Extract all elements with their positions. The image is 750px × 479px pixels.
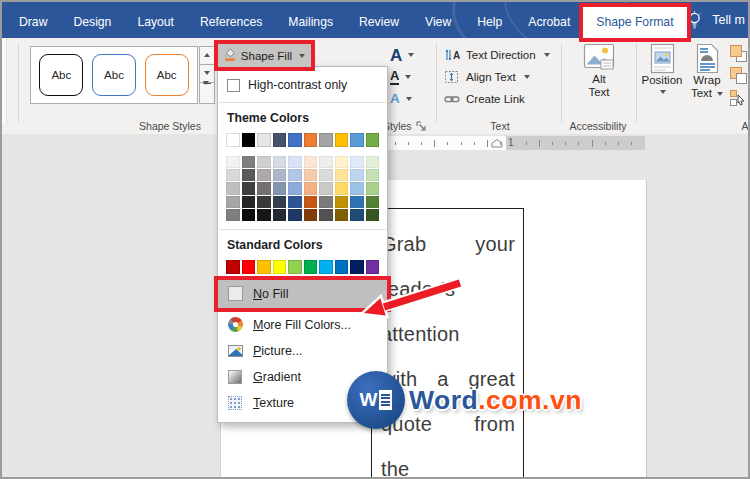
tab-shape-format[interactable]: Shape Format xyxy=(583,7,686,38)
theme-variant-swatch[interactable] xyxy=(335,182,349,194)
theme-color-swatch[interactable] xyxy=(226,133,240,147)
create-link-button[interactable]: Create Link xyxy=(444,89,525,109)
theme-variant-swatch[interactable] xyxy=(366,209,380,221)
theme-variant-swatch[interactable] xyxy=(226,196,240,208)
theme-variant-swatch[interactable] xyxy=(350,169,364,181)
theme-variant-swatch[interactable] xyxy=(319,196,333,208)
theme-variant-swatch[interactable] xyxy=(304,169,318,181)
standard-color-swatch[interactable] xyxy=(257,260,271,274)
theme-variant-swatch[interactable] xyxy=(304,196,318,208)
theme-variant-swatch[interactable] xyxy=(226,169,240,181)
tab-view[interactable]: View xyxy=(412,7,464,38)
tab-help[interactable]: Help xyxy=(464,7,515,38)
theme-variant-swatch[interactable] xyxy=(273,169,287,181)
theme-variant-swatch[interactable] xyxy=(366,196,380,208)
gallery-more-button[interactable] xyxy=(199,83,215,105)
theme-variant-swatch[interactable] xyxy=(304,209,318,221)
theme-variant-swatch[interactable] xyxy=(335,196,349,208)
dialog-launcher-icon[interactable] xyxy=(416,121,426,131)
theme-variant-swatch[interactable] xyxy=(366,182,380,194)
theme-variant-swatch[interactable] xyxy=(366,169,380,181)
send-backward-button[interactable] xyxy=(729,66,748,85)
text-box[interactable]: Grabyourreader’sattentionwithagreatquote… xyxy=(371,208,524,479)
tell-me-area[interactable]: Tell m xyxy=(686,2,745,38)
theme-variant-swatch[interactable] xyxy=(288,209,302,221)
theme-color-swatch[interactable] xyxy=(288,133,302,147)
theme-variant-swatch[interactable] xyxy=(257,169,271,181)
selection-pane-button[interactable] xyxy=(729,88,748,107)
theme-variant-swatch[interactable] xyxy=(273,209,287,221)
theme-variant-swatch[interactable] xyxy=(226,182,240,194)
high-contrast-checkbox-row[interactable]: High-contrast only xyxy=(218,67,387,102)
theme-variant-swatch[interactable] xyxy=(273,182,287,194)
theme-variant-swatch[interactable] xyxy=(273,196,287,208)
theme-variant-swatch[interactable] xyxy=(319,156,333,168)
theme-variant-swatch[interactable] xyxy=(288,182,302,194)
tab-layout[interactable]: Layout xyxy=(124,7,187,38)
theme-color-swatch[interactable] xyxy=(319,133,333,147)
standard-color-swatch[interactable] xyxy=(319,260,333,274)
alt-text-button[interactable]: Alt Text xyxy=(572,43,626,99)
standard-color-swatch[interactable] xyxy=(288,260,302,274)
standard-color-swatch[interactable] xyxy=(273,260,287,274)
theme-variant-swatch[interactable] xyxy=(257,156,271,168)
theme-variant-swatch[interactable] xyxy=(242,182,256,194)
theme-variant-swatch[interactable] xyxy=(226,156,240,168)
theme-color-swatch[interactable] xyxy=(273,133,287,147)
menu-item-picture[interactable]: Picture... xyxy=(218,338,387,364)
theme-variant-swatch[interactable] xyxy=(319,209,333,221)
theme-color-swatch[interactable] xyxy=(366,133,380,147)
checkbox-unchecked-icon[interactable] xyxy=(227,79,240,92)
bring-forward-button[interactable] xyxy=(729,44,748,63)
theme-variant-swatch[interactable] xyxy=(304,156,318,168)
standard-color-swatch[interactable] xyxy=(350,260,364,274)
tab-mailings[interactable]: Mailings xyxy=(275,7,346,38)
tab-references[interactable]: References xyxy=(187,7,275,38)
theme-variant-swatch[interactable] xyxy=(242,169,256,181)
theme-variant-swatch[interactable] xyxy=(350,209,364,221)
theme-variant-swatch[interactable] xyxy=(335,156,349,168)
theme-variant-swatch[interactable] xyxy=(350,156,364,168)
theme-variant-swatch[interactable] xyxy=(335,209,349,221)
shape-style-thumbnail[interactable]: Abc xyxy=(39,54,83,96)
theme-variant-swatch[interactable] xyxy=(273,156,287,168)
shape-style-thumbnail[interactable]: Abc xyxy=(145,54,189,96)
theme-variant-swatch[interactable] xyxy=(350,182,364,194)
tab-draw[interactable]: Draw xyxy=(6,7,60,38)
text-outline-button[interactable]: A xyxy=(390,67,432,87)
theme-color-swatch[interactable] xyxy=(242,133,256,147)
align-text-button[interactable]: Align Text xyxy=(444,67,530,87)
shape-fill-button[interactable]: Shape Fill xyxy=(218,44,311,67)
theme-variant-swatch[interactable] xyxy=(242,156,256,168)
standard-color-swatch[interactable] xyxy=(304,260,318,274)
shape-style-thumbnail[interactable]: Abc xyxy=(92,54,136,96)
theme-variant-swatch[interactable] xyxy=(288,156,302,168)
theme-variant-swatch[interactable] xyxy=(257,196,271,208)
theme-color-swatch[interactable] xyxy=(350,133,364,147)
theme-variant-swatch[interactable] xyxy=(304,182,318,194)
theme-color-swatch[interactable] xyxy=(304,133,318,147)
theme-variant-swatch[interactable] xyxy=(242,196,256,208)
tab-design[interactable]: Design xyxy=(60,7,124,38)
theme-color-swatch[interactable] xyxy=(335,133,349,147)
theme-variant-swatch[interactable] xyxy=(366,156,380,168)
theme-variant-swatch[interactable] xyxy=(257,182,271,194)
theme-variant-swatch[interactable] xyxy=(257,209,271,221)
theme-variant-swatch[interactable] xyxy=(226,209,240,221)
standard-color-swatch[interactable] xyxy=(226,260,240,274)
gallery-scroll-up-button[interactable] xyxy=(199,46,215,65)
tab-review[interactable]: Review xyxy=(346,7,412,38)
wrap-text-button[interactable]: Wrap Text xyxy=(686,43,728,100)
theme-variant-swatch[interactable] xyxy=(350,196,364,208)
standard-color-swatch[interactable] xyxy=(335,260,349,274)
text-fill-button[interactable]: A xyxy=(390,45,432,65)
tab-acrobat[interactable]: Acrobat xyxy=(515,7,583,38)
indent-marker[interactable] xyxy=(491,139,503,148)
theme-variant-swatch[interactable] xyxy=(319,182,333,194)
standard-color-swatch[interactable] xyxy=(242,260,256,274)
theme-color-swatch[interactable] xyxy=(257,133,271,147)
theme-variant-swatch[interactable] xyxy=(335,169,349,181)
gallery-scroll-down-button[interactable] xyxy=(199,65,215,83)
position-button[interactable]: Position xyxy=(640,43,684,94)
theme-variant-swatch[interactable] xyxy=(242,209,256,221)
